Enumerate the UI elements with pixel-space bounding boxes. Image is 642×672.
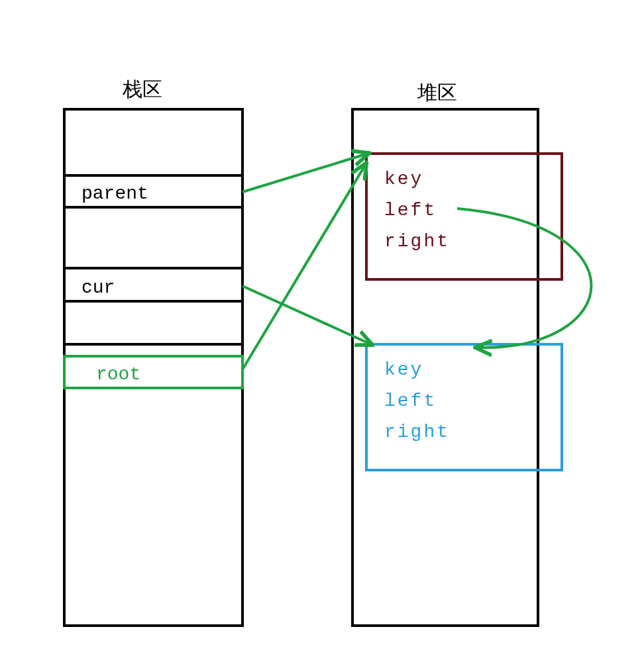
heap-node-2-left: left xyxy=(384,391,437,411)
stack-var-root: root xyxy=(96,364,140,385)
heap-node-1-key: key xyxy=(384,169,423,189)
stack-var-parent: parent xyxy=(81,183,148,204)
arrow-root-to-node1 xyxy=(242,164,366,369)
stack-var-root-box xyxy=(64,356,242,388)
heap-node-2-right: right xyxy=(384,422,450,442)
heap-node-1-right: right xyxy=(384,231,450,252)
stack-title: 栈区 xyxy=(122,79,162,102)
heap-node-1-left: left xyxy=(384,200,437,220)
heap-title: 堆区 xyxy=(417,83,457,105)
arrow-parent-to-node1 xyxy=(242,154,368,192)
heap-node-2-key: key xyxy=(384,360,423,380)
heap-area xyxy=(352,109,538,626)
memory-diagram: 栈区 堆区 parent cur root key left right key… xyxy=(0,0,642,672)
stack-var-cur: cur xyxy=(81,277,115,298)
